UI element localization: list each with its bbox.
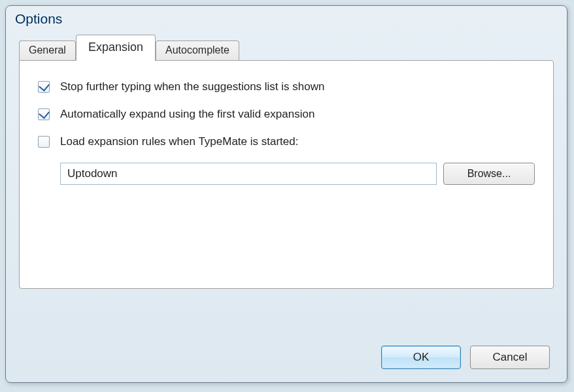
ok-button[interactable]: OK [381, 346, 461, 369]
path-row: Browse... [60, 163, 535, 185]
options-dialog: Options General Expansion Autocomplete S… [5, 5, 567, 383]
rules-path-input[interactable] [60, 163, 437, 185]
checkbox-auto-expand[interactable] [38, 108, 50, 120]
checkbox-stop-typing[interactable] [38, 81, 50, 93]
cancel-button[interactable]: Cancel [470, 346, 550, 369]
option-auto-expand: Automatically expand using the first val… [38, 108, 535, 121]
tab-panel-expansion: Stop further typing when the suggestions… [19, 60, 554, 289]
dialog-footer: OK Cancel [381, 346, 550, 369]
option-stop-typing: Stop further typing when the suggestions… [38, 80, 535, 93]
dialog-title: Options [6, 6, 567, 35]
option-load-rules: Load expansion rules when TypeMate is st… [38, 135, 535, 148]
tab-container: General Expansion Autocomplete Stop furt… [19, 35, 554, 289]
label-stop-typing: Stop further typing when the suggestions… [60, 80, 324, 93]
tab-general[interactable]: General [19, 41, 76, 60]
checkbox-load-rules[interactable] [38, 136, 50, 148]
browse-button[interactable]: Browse... [443, 163, 535, 185]
label-auto-expand: Automatically expand using the first val… [60, 108, 314, 121]
tab-autocomplete[interactable]: Autocomplete [156, 41, 239, 60]
tab-strip: General Expansion Autocomplete [19, 35, 554, 60]
label-load-rules: Load expansion rules when TypeMate is st… [60, 135, 298, 148]
tab-expansion[interactable]: Expansion [76, 35, 156, 61]
